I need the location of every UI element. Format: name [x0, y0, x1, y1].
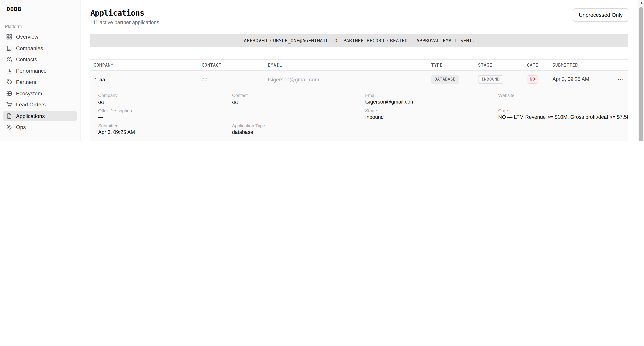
sidebar-item-label: Ecosystem — [16, 90, 42, 97]
detail-email: Email tsigerson@gmail.com — [365, 93, 498, 105]
sidebar-item-ecosystem[interactable]: Ecosystem — [3, 88, 77, 98]
table-row[interactable]: aa aa tsigerson@gmail.com DATABASE INBOU… — [90, 71, 628, 88]
contact-cell: aa — [202, 76, 268, 82]
sidebar-item-label: Partners — [16, 79, 36, 85]
app-window: DDDB Platform Overview Companies Contact… — [0, 0, 644, 141]
column-header-contact: CONTACT — [202, 63, 268, 67]
unprocessed-only-button[interactable]: Unprocessed Only — [573, 8, 628, 22]
column-header-gate: GATE — [527, 63, 552, 67]
contacts-icon — [6, 56, 12, 63]
sidebar-item-performance[interactable]: Performance — [3, 66, 77, 76]
gate-badge: NO — [527, 75, 538, 84]
stage-badge: INBOUND — [478, 75, 503, 84]
partners-icon — [6, 79, 12, 85]
file-icon — [6, 113, 12, 119]
sidebar: DDDB Platform Overview Companies Contact… — [0, 0, 80, 141]
sidebar-item-overview[interactable]: Overview — [3, 32, 77, 42]
scrollbar-thumb[interactable] — [639, 7, 643, 141]
sidebar-item-label: Applications — [16, 113, 45, 119]
globe-icon — [6, 90, 12, 97]
sidebar-item-label: Lead Orders — [16, 102, 46, 108]
chevron-down-icon[interactable] — [94, 78, 100, 82]
sidebar-item-label: Performance — [16, 68, 46, 74]
main-content: Applications 111 active partner applicat… — [80, 0, 644, 141]
detail-website: Website — — [498, 93, 628, 105]
detail-submitted: Submitted Apr 3, 09:25 AM — [98, 123, 232, 135]
table-header-row: COMPANY CONTACT EMAIL TYPE STAGE GATE SU… — [90, 59, 628, 71]
sidebar-item-companies[interactable]: Companies — [3, 43, 77, 53]
sidebar-item-contacts[interactable]: Contacts — [3, 54, 77, 65]
page-title: Applications — [90, 8, 159, 17]
email-cell: tsigerson@gmail.com — [268, 76, 431, 82]
cart-icon — [6, 102, 12, 108]
sidebar-item-label: Companies — [16, 45, 43, 51]
sidebar-item-lead-orders[interactable]: Lead Orders — [3, 100, 77, 110]
detail-gate: Gate NO — LTM Revenue >= $10M, Gross pro… — [498, 108, 628, 120]
row-menu-button[interactable] — [617, 76, 624, 83]
submitted-cell: Apr 3, 09:25 AM — [552, 77, 620, 82]
app-logo: DDDB — [0, 0, 80, 18]
detail-company: Company aa — [98, 93, 232, 105]
sidebar-item-partners[interactable]: Partners — [3, 77, 77, 87]
company-cell: aa — [100, 76, 202, 82]
sidebar-item-label: Overview — [16, 34, 38, 40]
sidebar-section-label: Platform — [0, 18, 80, 32]
building-icon — [6, 45, 12, 51]
chart-icon — [6, 68, 12, 74]
scrollbar[interactable] — [638, 0, 644, 141]
sidebar-item-label: Contacts — [16, 56, 37, 63]
detail-offer-description: Offer Description — — [98, 108, 365, 120]
detail-application-type: Application Type database — [232, 123, 365, 135]
sidebar-nav: Overview Companies Contacts Performance — [0, 32, 80, 133]
column-header-submitted: SUBMITTED — [552, 63, 620, 67]
table-body: aa aa tsigerson@gmail.com DATABASE INBOU… — [90, 71, 628, 141]
sidebar-item-ops[interactable]: Ops — [3, 122, 77, 132]
detail-contact: Contact aa — [232, 93, 365, 105]
expanded-row-details: Company aa Contact aa Email tsigerson@gm… — [90, 88, 628, 141]
column-header-company: COMPANY — [94, 63, 202, 67]
approval-status-banner: APPROVED CURSOR_ONE@AGENTMAIL.TO. PARTNE… — [90, 34, 628, 47]
detail-stage: Stage Inbound — [365, 108, 498, 120]
grid-icon — [6, 34, 12, 40]
page-subtitle: 111 active partner applications — [90, 20, 159, 26]
type-badge: DATABASE — [431, 75, 459, 84]
column-header-email: EMAIL — [268, 63, 431, 67]
gear-icon — [6, 124, 12, 130]
sidebar-item-label: Ops — [16, 124, 26, 130]
applications-table: COMPANY CONTACT EMAIL TYPE STAGE GATE SU… — [90, 59, 628, 141]
column-header-type: TYPE — [431, 63, 478, 67]
scrollbar-up-arrow[interactable] — [638, 0, 644, 6]
column-header-stage: STAGE — [478, 63, 527, 67]
page-header: Applications 111 active partner applicat… — [90, 8, 628, 26]
sidebar-item-applications[interactable]: Applications — [3, 111, 77, 121]
